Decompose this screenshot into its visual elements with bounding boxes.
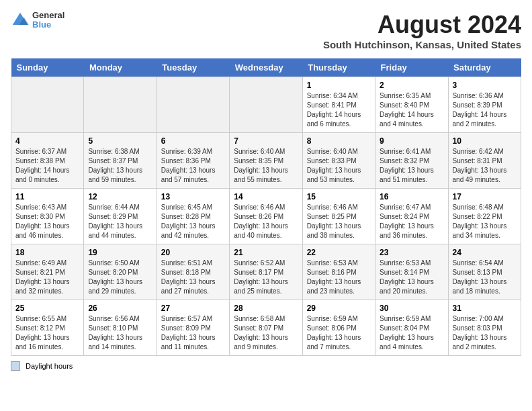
calendar-cell: 28Sunrise: 6:58 AM Sunset: 8:07 PM Dayli… bbox=[230, 300, 302, 356]
day-info: Sunrise: 6:45 AM Sunset: 8:28 PM Dayligh… bbox=[161, 203, 225, 240]
calendar-table: SundayMondayTuesdayWednesdayThursdayFrid… bbox=[11, 58, 521, 356]
day-header: Monday bbox=[84, 58, 157, 77]
calendar-cell: 30Sunrise: 6:59 AM Sunset: 8:04 PM Dayli… bbox=[375, 300, 448, 356]
day-info: Sunrise: 6:46 AM Sunset: 8:26 PM Dayligh… bbox=[234, 203, 298, 240]
day-info: Sunrise: 6:53 AM Sunset: 8:14 PM Dayligh… bbox=[380, 259, 443, 296]
day-number: 17 bbox=[453, 192, 517, 201]
day-info: Sunrise: 6:51 AM Sunset: 8:18 PM Dayligh… bbox=[161, 259, 225, 296]
day-info: Sunrise: 6:47 AM Sunset: 8:24 PM Dayligh… bbox=[380, 203, 443, 240]
day-number: 28 bbox=[234, 304, 298, 313]
calendar-cell: 31Sunrise: 7:00 AM Sunset: 8:03 PM Dayli… bbox=[448, 300, 521, 356]
legend-label: Daylight hours bbox=[26, 362, 73, 370]
page-header: General Blue August 2024 South Hutchinso… bbox=[11, 11, 521, 50]
calendar-cell: 24Sunrise: 6:54 AM Sunset: 8:13 PM Dayli… bbox=[448, 244, 521, 300]
calendar-cell: 10Sunrise: 6:42 AM Sunset: 8:31 PM Dayli… bbox=[448, 133, 521, 189]
day-info: Sunrise: 6:36 AM Sunset: 8:39 PM Dayligh… bbox=[453, 91, 517, 129]
day-info: Sunrise: 6:52 AM Sunset: 8:17 PM Dayligh… bbox=[234, 259, 298, 296]
calendar-cell: 17Sunrise: 6:48 AM Sunset: 8:22 PM Dayli… bbox=[448, 189, 521, 244]
day-number: 27 bbox=[161, 304, 225, 313]
calendar-cell bbox=[230, 77, 302, 133]
day-number: 24 bbox=[453, 248, 517, 257]
calendar-week: 4Sunrise: 6:37 AM Sunset: 8:38 PM Daylig… bbox=[11, 133, 521, 189]
day-info: Sunrise: 6:54 AM Sunset: 8:13 PM Dayligh… bbox=[453, 259, 517, 296]
logo: General Blue bbox=[11, 11, 64, 30]
day-info: Sunrise: 6:58 AM Sunset: 8:07 PM Dayligh… bbox=[234, 314, 298, 352]
calendar-week: 1Sunrise: 6:34 AM Sunset: 8:41 PM Daylig… bbox=[11, 77, 521, 133]
calendar-cell: 16Sunrise: 6:47 AM Sunset: 8:24 PM Dayli… bbox=[375, 189, 448, 244]
day-info: Sunrise: 6:35 AM Sunset: 8:40 PM Dayligh… bbox=[380, 91, 443, 129]
month-title: August 2024 bbox=[323, 11, 521, 39]
calendar-week: 25Sunrise: 6:55 AM Sunset: 8:12 PM Dayli… bbox=[11, 300, 521, 356]
day-number: 18 bbox=[15, 248, 79, 257]
calendar-cell: 5Sunrise: 6:38 AM Sunset: 8:37 PM Daylig… bbox=[84, 133, 157, 189]
day-number: 21 bbox=[234, 248, 298, 257]
calendar-cell bbox=[157, 77, 229, 133]
calendar-cell: 21Sunrise: 6:52 AM Sunset: 8:17 PM Dayli… bbox=[230, 244, 302, 300]
calendar-cell: 2Sunrise: 6:35 AM Sunset: 8:40 PM Daylig… bbox=[375, 77, 448, 133]
day-info: Sunrise: 6:48 AM Sunset: 8:22 PM Dayligh… bbox=[453, 203, 517, 240]
calendar-cell: 6Sunrise: 6:39 AM Sunset: 8:36 PM Daylig… bbox=[157, 133, 229, 189]
logo-line1: General bbox=[32, 11, 64, 20]
day-header: Wednesday bbox=[230, 58, 302, 77]
calendar-cell: 20Sunrise: 6:51 AM Sunset: 8:18 PM Dayli… bbox=[157, 244, 229, 300]
title-area: August 2024 South Hutchinson, Kansas, Un… bbox=[323, 11, 521, 50]
day-number: 26 bbox=[88, 304, 152, 313]
day-info: Sunrise: 6:50 AM Sunset: 8:20 PM Dayligh… bbox=[88, 259, 152, 296]
calendar-cell: 3Sunrise: 6:36 AM Sunset: 8:39 PM Daylig… bbox=[448, 77, 521, 133]
day-number: 1 bbox=[307, 81, 371, 90]
day-number: 2 bbox=[380, 81, 443, 90]
day-info: Sunrise: 6:40 AM Sunset: 8:33 PM Dayligh… bbox=[307, 147, 371, 185]
day-info: Sunrise: 6:59 AM Sunset: 8:06 PM Dayligh… bbox=[307, 314, 371, 352]
day-info: Sunrise: 6:49 AM Sunset: 8:21 PM Dayligh… bbox=[15, 259, 79, 296]
day-number: 29 bbox=[307, 304, 371, 313]
day-number: 12 bbox=[88, 192, 152, 201]
legend: Daylight hours bbox=[11, 361, 521, 371]
day-info: Sunrise: 6:46 AM Sunset: 8:25 PM Dayligh… bbox=[307, 203, 371, 240]
day-number: 7 bbox=[234, 136, 298, 146]
calendar-cell: 8Sunrise: 6:40 AM Sunset: 8:33 PM Daylig… bbox=[302, 133, 375, 189]
calendar-cell: 26Sunrise: 6:56 AM Sunset: 8:10 PM Dayli… bbox=[84, 300, 157, 356]
day-number: 9 bbox=[380, 136, 443, 146]
day-info: Sunrise: 6:42 AM Sunset: 8:31 PM Dayligh… bbox=[453, 147, 517, 185]
day-info: Sunrise: 7:00 AM Sunset: 8:03 PM Dayligh… bbox=[453, 314, 517, 352]
day-number: 23 bbox=[380, 248, 443, 257]
day-info: Sunrise: 6:55 AM Sunset: 8:12 PM Dayligh… bbox=[15, 314, 79, 352]
day-number: 15 bbox=[307, 192, 371, 201]
calendar-cell: 13Sunrise: 6:45 AM Sunset: 8:28 PM Dayli… bbox=[157, 189, 229, 244]
calendar-cell: 14Sunrise: 6:46 AM Sunset: 8:26 PM Dayli… bbox=[230, 189, 302, 244]
calendar-week: 11Sunrise: 6:43 AM Sunset: 8:30 PM Dayli… bbox=[11, 189, 521, 244]
logo-icon bbox=[11, 11, 30, 30]
calendar-cell: 15Sunrise: 6:46 AM Sunset: 8:25 PM Dayli… bbox=[302, 189, 375, 244]
calendar-cell: 1Sunrise: 6:34 AM Sunset: 8:41 PM Daylig… bbox=[302, 77, 375, 133]
day-header: Friday bbox=[375, 58, 448, 77]
calendar-cell bbox=[84, 77, 157, 133]
day-info: Sunrise: 6:44 AM Sunset: 8:29 PM Dayligh… bbox=[88, 203, 152, 240]
day-header: Sunday bbox=[11, 58, 84, 77]
day-number: 14 bbox=[234, 192, 298, 201]
location: South Hutchinson, Kansas, United States bbox=[323, 39, 521, 50]
logo-line2: Blue bbox=[32, 20, 64, 30]
day-number: 5 bbox=[88, 136, 152, 146]
calendar-body: 1Sunrise: 6:34 AM Sunset: 8:41 PM Daylig… bbox=[11, 77, 521, 356]
calendar-cell bbox=[11, 77, 84, 133]
legend-box bbox=[11, 361, 20, 371]
day-number: 22 bbox=[307, 248, 371, 257]
calendar-week: 18Sunrise: 6:49 AM Sunset: 8:21 PM Dayli… bbox=[11, 244, 521, 300]
day-info: Sunrise: 6:57 AM Sunset: 8:09 PM Dayligh… bbox=[161, 314, 225, 352]
calendar-header: SundayMondayTuesdayWednesdayThursdayFrid… bbox=[11, 58, 521, 77]
day-info: Sunrise: 6:34 AM Sunset: 8:41 PM Dayligh… bbox=[307, 91, 371, 129]
calendar-cell: 4Sunrise: 6:37 AM Sunset: 8:38 PM Daylig… bbox=[11, 133, 84, 189]
day-info: Sunrise: 6:56 AM Sunset: 8:10 PM Dayligh… bbox=[88, 314, 152, 352]
day-info: Sunrise: 6:40 AM Sunset: 8:35 PM Dayligh… bbox=[234, 147, 298, 185]
calendar-cell: 25Sunrise: 6:55 AM Sunset: 8:12 PM Dayli… bbox=[11, 300, 84, 356]
day-info: Sunrise: 6:43 AM Sunset: 8:30 PM Dayligh… bbox=[15, 203, 79, 240]
day-number: 19 bbox=[88, 248, 152, 257]
day-number: 16 bbox=[380, 192, 443, 201]
calendar-cell: 29Sunrise: 6:59 AM Sunset: 8:06 PM Dayli… bbox=[302, 300, 375, 356]
day-header: Saturday bbox=[448, 58, 521, 77]
calendar-cell: 12Sunrise: 6:44 AM Sunset: 8:29 PM Dayli… bbox=[84, 189, 157, 244]
day-number: 3 bbox=[453, 81, 517, 90]
day-info: Sunrise: 6:59 AM Sunset: 8:04 PM Dayligh… bbox=[380, 314, 443, 352]
calendar-cell: 18Sunrise: 6:49 AM Sunset: 8:21 PM Dayli… bbox=[11, 244, 84, 300]
day-number: 6 bbox=[161, 136, 225, 146]
